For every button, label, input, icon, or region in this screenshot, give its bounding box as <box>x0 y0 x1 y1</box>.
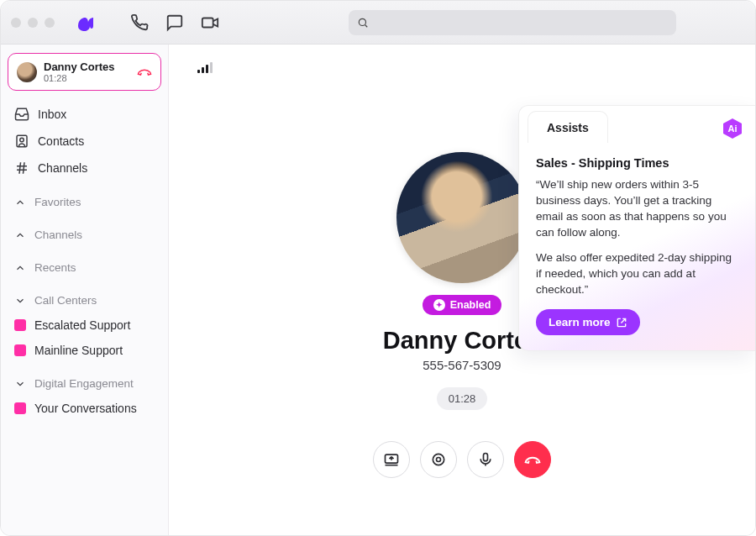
hash-icon <box>14 160 29 176</box>
section-digital-engagement[interactable]: Digital Engagement <box>8 371 161 396</box>
status-square-icon <box>14 402 26 414</box>
assist-paragraph: We also offer expedited 2-day shipping i… <box>536 250 738 297</box>
signal-strength-icon <box>197 61 213 73</box>
callee-phone: 555-567-5309 <box>328 358 596 372</box>
item-label: Mainline Support <box>34 344 123 357</box>
active-call-card[interactable]: Danny Cortes 01:28 <box>8 53 161 91</box>
svg-text:Ai: Ai <box>728 123 738 134</box>
callee-avatar <box>396 152 528 283</box>
svg-rect-0 <box>202 18 213 27</box>
chevron-down-icon <box>14 295 26 307</box>
status-square-icon <box>14 319 26 331</box>
assist-card-text: “We’ll ship new orders within 3-5 busine… <box>536 176 738 297</box>
chat-icon[interactable] <box>165 13 184 32</box>
screen-share-button[interactable] <box>373 441 410 478</box>
assist-paragraph: “We’ll ship new orders within 3-5 busine… <box>536 176 738 241</box>
section-label: Channels <box>34 229 82 241</box>
sidebar: Danny Cortes 01:28 Inbox Contacts Channe… <box>1 45 169 536</box>
section-channels[interactable]: Channels <box>8 223 161 247</box>
section-favorites[interactable]: Favorites <box>8 190 161 214</box>
svg-point-11 <box>437 458 441 462</box>
titlebar <box>1 1 755 45</box>
chevron-down-icon <box>14 378 26 390</box>
call-center-item[interactable]: Mainline Support <box>8 338 161 363</box>
section-label: Recents <box>34 261 76 274</box>
search-input[interactable] <box>349 10 676 35</box>
hangup-mini-icon[interactable] <box>137 65 152 80</box>
call-timer: 01:28 <box>437 387 488 410</box>
end-call-button[interactable] <box>514 441 551 478</box>
search-icon <box>357 17 369 29</box>
section-label: Call Centers <box>34 294 97 307</box>
active-call-name: Danny Cortes <box>44 60 130 73</box>
avatar-small <box>17 62 37 82</box>
ai-enabled-pill[interactable]: ✦ Enabled <box>423 295 502 315</box>
active-call-duration: 01:28 <box>44 73 130 83</box>
video-icon[interactable] <box>201 13 219 32</box>
assist-tab[interactable]: Assists <box>528 111 608 143</box>
external-link-icon <box>616 317 627 328</box>
nav-label: Channels <box>38 161 87 175</box>
learn-more-button[interactable]: Learn more <box>536 309 640 335</box>
nav-contacts[interactable]: Contacts <box>8 128 161 155</box>
item-label: Escalated Support <box>34 318 130 332</box>
call-panel: ✦ Enabled Danny Cortes 555-567-5309 01:2… <box>169 45 755 536</box>
close-dot[interactable] <box>11 18 21 28</box>
ai-dot-icon: ✦ <box>433 299 445 311</box>
section-label: Favorites <box>34 196 81 208</box>
item-label: Your Conversations <box>34 402 137 415</box>
nav-inbox[interactable]: Inbox <box>8 101 161 128</box>
enabled-label: Enabled <box>450 299 491 311</box>
chevron-up-icon <box>14 262 26 274</box>
svg-line-7 <box>24 162 25 174</box>
chevron-up-icon <box>14 197 26 208</box>
record-button[interactable] <box>420 441 457 478</box>
section-recents[interactable]: Recents <box>8 255 161 280</box>
inbox-icon <box>14 107 29 122</box>
svg-rect-12 <box>484 454 488 461</box>
phone-icon[interactable] <box>130 13 149 32</box>
minimize-dot[interactable] <box>28 18 38 28</box>
chevron-up-icon <box>14 229 26 241</box>
nav-label: Inbox <box>38 108 66 121</box>
digital-item[interactable]: Your Conversations <box>8 396 161 421</box>
app-logo <box>75 14 97 31</box>
status-square-icon <box>14 344 26 356</box>
section-call-centers[interactable]: Call Centers <box>8 288 161 313</box>
svg-point-1 <box>359 18 365 25</box>
call-controls <box>373 441 551 478</box>
assist-card-title: Sales - Shipping Times <box>536 156 738 170</box>
svg-point-3 <box>20 138 24 142</box>
call-center-item[interactable]: Escalated Support <box>8 313 161 338</box>
contacts-icon <box>14 134 29 149</box>
assist-panel: Assists Ai Sales - Shipping Times “We’ll… <box>518 105 755 351</box>
section-label: Digital Engagement <box>34 377 134 390</box>
nav-label: Contacts <box>38 134 84 148</box>
mute-button[interactable] <box>467 441 504 478</box>
svg-line-6 <box>19 162 21 174</box>
ai-badge-icon: Ai <box>722 118 743 139</box>
learn-more-label: Learn more <box>549 316 611 328</box>
svg-point-10 <box>433 454 444 465</box>
maximize-dot[interactable] <box>45 18 55 28</box>
nav-channels[interactable]: Channels <box>8 155 161 181</box>
window-controls[interactable] <box>11 18 55 28</box>
